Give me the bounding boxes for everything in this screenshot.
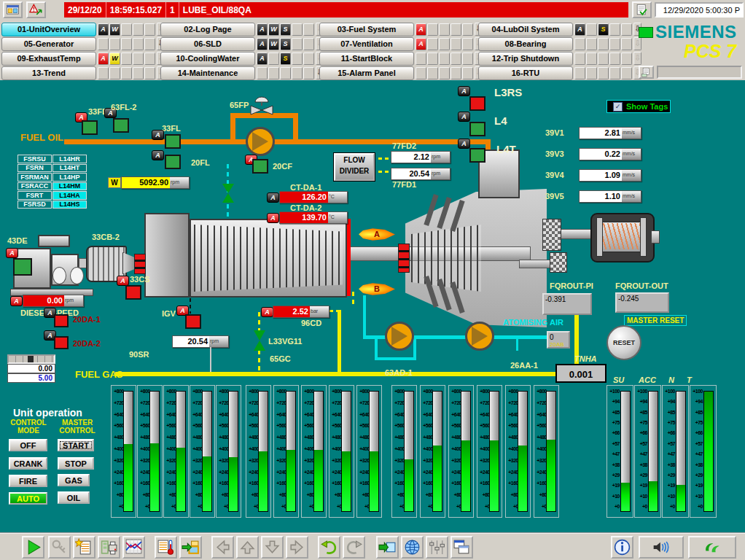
toolbar-temperature-report-button[interactable]	[155, 536, 177, 559]
indicator-A[interactable]: A	[416, 23, 426, 36]
indicator-W[interactable]: W	[268, 38, 279, 50]
fuel-oil-pump[interactable]	[246, 127, 275, 156]
atomising-pump-1[interactable]	[385, 322, 414, 351]
indicator-A[interactable]: A	[574, 23, 585, 36]
report-button[interactable]	[639, 66, 654, 79]
nav-button-03-fuel-system[interactable]: 03-Fuel System	[319, 23, 414, 36]
toolbar-windows-button[interactable]	[450, 536, 473, 559]
mode-off-button[interactable]: OFF	[9, 439, 47, 451]
indicator-S[interactable]: S	[598, 23, 609, 36]
show-tags-checkbox[interactable]: ✓	[613, 102, 623, 112]
indicator-W[interactable]: W	[268, 23, 279, 36]
alarm-tag-33cs[interactable]: A	[117, 276, 129, 286]
show-tags-toggle[interactable]: ✓ Show Tags	[606, 100, 671, 113]
nav-button-16-rtu[interactable]: 16-RTU	[478, 66, 573, 80]
indicator-S[interactable]: S	[280, 23, 291, 36]
gas-valve-l33vg11-icon[interactable]	[254, 330, 265, 351]
indicator-S[interactable]: S	[280, 52, 291, 65]
gauge-handle[interactable]	[28, 356, 34, 362]
alarm-tag-ctda1[interactable]: A	[267, 192, 279, 203]
master-start-button[interactable]: START	[58, 439, 94, 451]
valve-33fd[interactable]	[82, 120, 98, 135]
valve-63fl2[interactable]	[113, 118, 129, 133]
valve-33fl-1[interactable]	[165, 134, 181, 149]
indicator-A[interactable]: A	[98, 52, 109, 65]
nav-button-10-coolingwater[interactable]: 10-CoolingWater	[160, 52, 255, 66]
toolbar-redo-button[interactable]	[343, 536, 365, 559]
nav-button-11-startblock[interactable]: 11-StartBlock	[319, 52, 414, 66]
atomising-pump-2[interactable]	[465, 322, 494, 351]
master-stop-button[interactable]: STOP	[58, 457, 94, 470]
indicator-W[interactable]: W	[109, 52, 120, 65]
nav-button-09-exhausttemp[interactable]: 09-ExhaustTemp	[1, 52, 96, 66]
status-20da2[interactable]	[54, 336, 69, 349]
toolbar-trend-button[interactable]	[122, 536, 145, 559]
alarm-tag-l4t[interactable]: A	[458, 139, 470, 149]
toolbar-nav-right-button[interactable]	[286, 536, 308, 559]
toolbar-levels-button[interactable]	[426, 536, 448, 559]
valve-33fl-2[interactable]	[165, 155, 181, 169]
toolbar-goto-screen-button[interactable]	[376, 536, 399, 559]
toolbar-web-button[interactable]	[401, 536, 424, 559]
nav-button-02-log-page[interactable]: 02-Log Page	[160, 23, 255, 36]
indicator-A[interactable]: A	[98, 23, 109, 36]
alarm-tag-diesel-speed[interactable]: A	[10, 296, 23, 306]
control-valve-65fp-icon[interactable]	[249, 93, 274, 115]
status-l3rs[interactable]	[469, 96, 485, 111]
mode-auto-button[interactable]: AUTO	[9, 492, 47, 505]
alarm-tag-l4[interactable]: A	[458, 112, 470, 122]
indicator-W[interactable]: W	[109, 23, 120, 36]
alarm-tag-33fl-1[interactable]: A	[152, 130, 164, 140]
status-20da1[interactable]	[54, 314, 69, 327]
status-33cs[interactable]	[125, 285, 141, 300]
alarm-tag-43de[interactable]: A	[6, 248, 18, 258]
toolbar-run-button[interactable]	[22, 536, 44, 559]
toolbar-info-button[interactable]	[611, 536, 633, 559]
valve-20cf[interactable]	[252, 159, 268, 174]
nav-button-13-trend[interactable]: 13-Trend	[1, 66, 96, 80]
screen-select-button[interactable]	[3, 1, 23, 18]
indicator-A[interactable]: A	[416, 38, 426, 50]
toolbar-undo-button[interactable]	[318, 536, 340, 559]
toolbar-nav-left-button[interactable]	[211, 536, 234, 559]
master-gas-button[interactable]: GAS	[58, 474, 90, 486]
nav-button-04-luboil-system[interactable]: 04-LubOil System	[478, 23, 573, 36]
nav-button-05-generator[interactable]: 05-Generator	[1, 37, 96, 51]
nav-button-08-bearing[interactable]: 08-Bearing	[478, 37, 573, 51]
toolbar-audio-button[interactable]	[639, 536, 684, 559]
status-igv[interactable]	[185, 314, 201, 329]
nav-button-12-trip-shutdown[interactable]: 12-Trip Shutdown	[478, 52, 573, 66]
indicator-A[interactable]: A	[257, 52, 268, 65]
indicator-A[interactable]: A	[257, 23, 268, 36]
alarm-message-line[interactable]: 29/12/20 18:59:15.027 1 LUBE_OIL/88QA	[64, 2, 628, 18]
mode-crank-button[interactable]: CRANK	[9, 457, 47, 470]
toolbar-copy-screen-button[interactable]	[179, 536, 202, 559]
nav-button-07-ventilation[interactable]: 07-Ventilation	[319, 37, 414, 51]
nav-button-14-maintenance[interactable]: 14-Maintenance	[160, 66, 255, 80]
indicator-S[interactable]: S	[280, 38, 291, 50]
status-l4t[interactable]	[469, 148, 485, 163]
alarm-tag-l3rs[interactable]: A	[458, 86, 470, 96]
toolbar-nav-down-button[interactable]	[261, 536, 284, 559]
toolbar-print-button[interactable]	[98, 536, 120, 559]
alarm-confirm-button[interactable]	[632, 1, 652, 18]
alarm-tag-33fl-2[interactable]: A	[152, 150, 164, 160]
gauge-slider[interactable]	[7, 354, 55, 364]
toolbar-nav-up-button[interactable]	[236, 536, 259, 559]
alarm-tag-96cd[interactable]: A	[261, 307, 273, 317]
status-l4[interactable]	[469, 122, 485, 136]
toolbar-horn-ack-button[interactable]	[688, 536, 736, 559]
warning-badge-tnh[interactable]: W	[108, 177, 121, 188]
reset-button[interactable]: RESET	[606, 325, 641, 360]
toolbar-password-button[interactable]	[48, 536, 71, 559]
nav-button-15-alarm-panel[interactable]: 15-Alarm Panel	[319, 66, 414, 80]
alarm-acknowledge-button[interactable]	[26, 1, 46, 18]
alarm-tag-ctda2[interactable]: A	[267, 213, 279, 223]
nav-button-01-unitoverview[interactable]: 01-UnitOverview	[1, 23, 96, 36]
indicator-A[interactable]: A	[257, 38, 268, 50]
toolbar-new-report-button[interactable]	[73, 536, 95, 559]
status-43de[interactable]	[13, 258, 32, 276]
mode-fire-button[interactable]: FIRE	[9, 475, 47, 487]
nav-button-06-sld[interactable]: 06-SLD	[160, 37, 255, 51]
master-oil-button[interactable]: OIL	[58, 491, 90, 504]
